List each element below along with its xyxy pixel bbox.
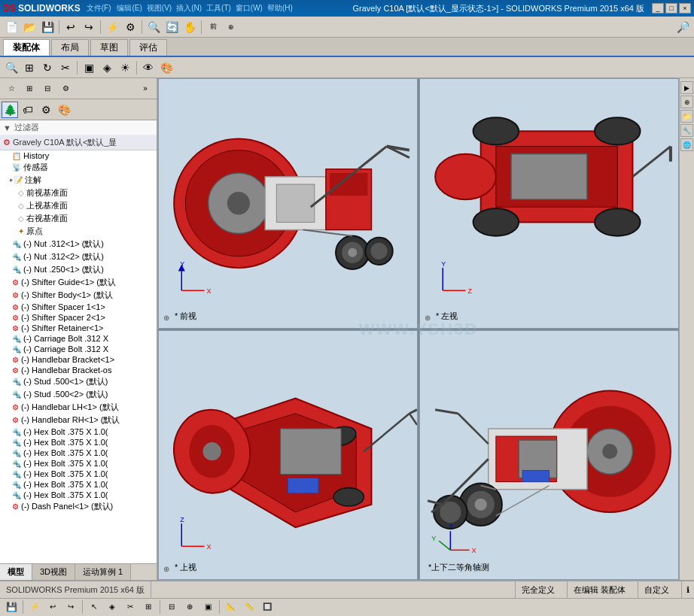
- bb-rebuild-btn[interactable]: ⚡: [26, 599, 43, 615]
- tree-item-handlebar-bracket-os[interactable]: ⚙ (-) Handlebar Bracket-os: [0, 365, 157, 375]
- tree-item-carriage-bolt2[interactable]: 🔩 (-) Carriage Bolt .312 X: [0, 344, 157, 354]
- tree-item-origin[interactable]: ✦ 原点: [0, 225, 157, 238]
- tree-item-right-plane[interactable]: ◇ 右视基准面: [0, 212, 157, 225]
- bb-btn13[interactable]: 🔲: [259, 599, 275, 615]
- display-style-btn[interactable]: ▣: [81, 59, 97, 76]
- rs-btn-2[interactable]: ⊕: [680, 96, 693, 108]
- lighting-btn[interactable]: ☀: [117, 59, 133, 76]
- tree-item-hex-bolt1[interactable]: 🔩 (-) Hex Bolt .375 X 1.0(: [0, 426, 157, 437]
- bb-btn8[interactable]: ⊟: [163, 599, 180, 615]
- bb-btn6[interactable]: ✂: [122, 599, 138, 615]
- bb-btn12[interactable]: 📏: [241, 599, 257, 615]
- tree-item-nut312-2[interactable]: 🔩 (-) Nut .312<2> (默认): [0, 250, 157, 263]
- panel-tab-properties[interactable]: 🏷: [20, 102, 36, 118]
- open-btn[interactable]: 📂: [21, 19, 38, 35]
- view-left[interactable]: Y Z ⊕ * 左视: [419, 78, 679, 329]
- tree-item-nut312-1[interactable]: 🔩 (-) Nut .312<1> (默认): [0, 238, 157, 250]
- bb-btn10[interactable]: ▣: [199, 599, 216, 615]
- tree-item-shifter-retainer[interactable]: ⚙ (-) Shifter Retainer<1>: [0, 323, 157, 333]
- undo-btn[interactable]: ↩: [62, 19, 79, 35]
- view-top[interactable]: Z X ⊕ * 上视: [158, 330, 418, 581]
- menu-window[interactable]: 窗口(W): [236, 3, 263, 14]
- tree-item-hex-bolt7[interactable]: 🔩 (-) Hex Bolt .375 X 1.0(: [0, 490, 157, 500]
- menu-insert[interactable]: 插入(N): [176, 3, 202, 14]
- search-btn[interactable]: 🔎: [674, 19, 691, 35]
- pan-btn[interactable]: ✋: [181, 19, 198, 35]
- tree-item-annotations[interactable]: + 📝 注解: [0, 174, 157, 187]
- hide-all-btn[interactable]: 👁: [140, 59, 157, 76]
- rs-btn-4[interactable]: 🔧: [680, 124, 693, 137]
- tree-item-hex-bolt5[interactable]: 🔩 (-) Hex Bolt .375 X 1.0(: [0, 469, 157, 479]
- rotate-btn[interactable]: 🔄: [163, 19, 180, 35]
- view-isometric[interactable]: Z X Y *上下二等角轴测: [419, 330, 679, 581]
- tree-item-shifter-spacer2[interactable]: ⚙ (-) Shifter Spacer 2<1>: [0, 312, 157, 323]
- menu-tools[interactable]: 工具(T): [206, 3, 231, 14]
- tree-item-carriage-bolt1[interactable]: 🔩 (-) Carriage Bolt .312 X: [0, 333, 157, 344]
- tree-item-hex-bolt4[interactable]: 🔩 (-) Hex Bolt .375 X 1.0(: [0, 458, 157, 469]
- window-close-btn[interactable]: ×: [679, 3, 691, 14]
- tree-item-hex-bolt2[interactable]: 🔩 (-) Hex Bolt .375 X 1.0(: [0, 437, 157, 448]
- tree-root-header[interactable]: ⚙ Gravely C10A 默认<默认_显: [0, 135, 157, 150]
- tree-item-sensors[interactable]: 📡 传感器: [0, 161, 157, 174]
- bb-btn9[interactable]: ⊕: [181, 599, 198, 615]
- tree-item-hex-bolt3[interactable]: 🔩 (-) Hex Bolt .375 X 1.0(: [0, 448, 157, 458]
- menu-view[interactable]: 视图(V): [147, 3, 172, 14]
- tab-layout[interactable]: 布局: [51, 39, 89, 56]
- tree-item-dash-panel[interactable]: ⚙ (-) Dash Panel<1> (默认): [0, 500, 157, 513]
- redo-btn[interactable]: ↪: [81, 19, 97, 35]
- view-options-btn[interactable]: ⊕: [223, 19, 239, 35]
- options-btn[interactable]: ⚙: [122, 19, 138, 35]
- panel-tab-featuretree[interactable]: 🌲: [2, 102, 18, 118]
- tree-item-shifter-body[interactable]: ⚙ (-) Shifter Body<1> (默认: [0, 289, 157, 302]
- tree-item-stud500-1[interactable]: 🔩 (-) Stud .500<1> (默认): [0, 375, 157, 388]
- rebuild-btn[interactable]: ⚡: [104, 19, 120, 35]
- view-front-btn[interactable]: 前: [205, 19, 221, 35]
- panel-filter-btn[interactable]: ☆: [3, 80, 20, 97]
- panel-tab-config[interactable]: ⚙: [38, 102, 54, 118]
- menu-edit[interactable]: 编辑(E): [117, 3, 142, 14]
- panel-tab-motion[interactable]: 运动算例 1: [75, 564, 131, 580]
- tree-item-handlebar-lh[interactable]: ⚙ (-) Handlebar LH<1> (默认: [0, 401, 157, 414]
- bb-select-btn[interactable]: ↖: [86, 599, 102, 615]
- bb-btn3[interactable]: ↪: [62, 599, 79, 615]
- bb-save-btn[interactable]: 💾: [3, 599, 20, 615]
- bb-smart-dim-btn[interactable]: ◈: [104, 599, 120, 615]
- window-maximize-btn[interactable]: □: [665, 3, 677, 14]
- panel-tab-model[interactable]: 模型: [0, 564, 32, 580]
- new-btn[interactable]: 📄: [3, 19, 20, 35]
- tree-item-nut250-1[interactable]: 🔩 (-) Nut .250<1> (默认): [0, 263, 157, 276]
- tab-evaluate[interactable]: 评估: [129, 39, 167, 56]
- panel-settings-btn[interactable]: ⚙: [57, 80, 74, 97]
- panel-collapse-btn[interactable]: ⊟: [39, 80, 56, 97]
- tree-item-hex-bolt6[interactable]: 🔩 (-) Hex Bolt .375 X 1.0(: [0, 479, 157, 490]
- tree-item-handlebar-rh[interactable]: ⚙ (-) Handlebar RH<1> (默认: [0, 414, 157, 426]
- tree-item-handlebar-bracket[interactable]: ⚙ (-) Handlebar Bracket<1>: [0, 354, 157, 365]
- bb-btn7[interactable]: ⊞: [140, 599, 157, 615]
- appearance-btn[interactable]: 🎨: [158, 59, 175, 76]
- zoom-to-fit-btn[interactable]: 🔍: [3, 59, 20, 76]
- tab-sketch[interactable]: 草图: [90, 39, 128, 56]
- menu-help[interactable]: 帮助(H): [267, 3, 293, 14]
- zoom-to-area-btn[interactable]: ⊞: [21, 59, 38, 76]
- tree-item-stud500-2[interactable]: 🔩 (-) Stud .500<2> (默认): [0, 388, 157, 401]
- panel-tab-3dview[interactable]: 3D视图: [32, 564, 75, 580]
- tree-item-top-plane[interactable]: ◇ 上视基准面: [0, 199, 157, 212]
- tree-item-history[interactable]: 📋 History: [0, 150, 157, 161]
- panel-chevron-btn[interactable]: »: [137, 80, 154, 97]
- panel-expand-btn[interactable]: ⊞: [21, 80, 38, 97]
- section-view-btn[interactable]: ✂: [57, 59, 74, 76]
- tree-item-shifter-guide[interactable]: ⚙ (-) Shifter Guide<1> (默认: [0, 276, 157, 289]
- view-front[interactable]: Y X ⊕ * 前视: [158, 78, 418, 329]
- rs-btn-5[interactable]: 🌐: [680, 138, 693, 151]
- tab-assembly[interactable]: 装配体: [3, 39, 50, 56]
- display-quality-btn[interactable]: ◈: [99, 59, 115, 76]
- bb-undo-btn[interactable]: ↩: [44, 599, 61, 615]
- tree-item-front-plane[interactable]: ◇ 前视基准面: [0, 187, 157, 199]
- rotate3d-btn[interactable]: ↻: [39, 59, 56, 76]
- tree-item-shifter-spacer1[interactable]: ⚙ (-) Shifter Spacer 1<1>: [0, 302, 157, 312]
- bb-btn11[interactable]: 📐: [223, 599, 239, 615]
- panel-tab-display[interactable]: 🎨: [56, 102, 72, 118]
- zoom-btn[interactable]: 🔍: [145, 19, 162, 35]
- save-btn[interactable]: 💾: [39, 19, 56, 35]
- rs-btn-1[interactable]: ▶: [680, 81, 693, 94]
